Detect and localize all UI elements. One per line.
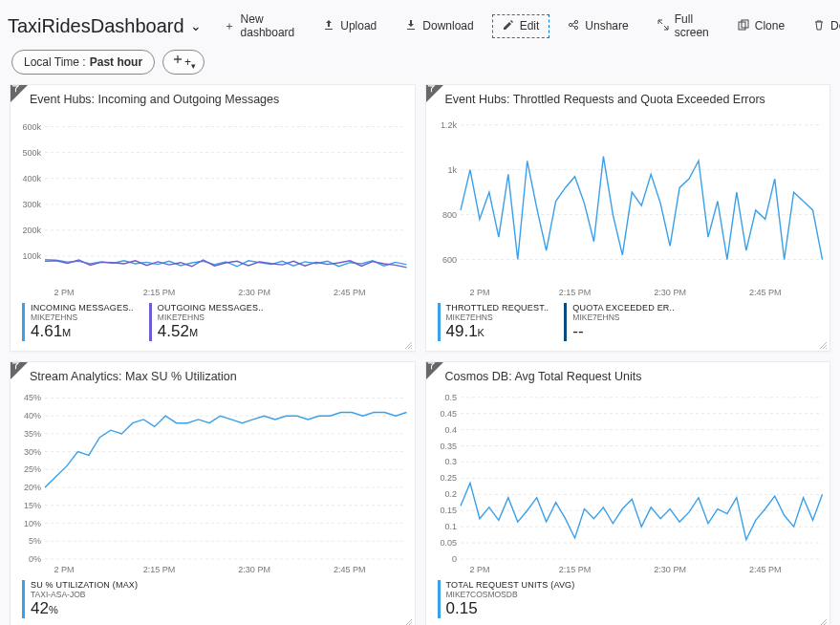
- time-filter-label: Local Time :: [24, 55, 86, 69]
- svg-text:2:15 PM: 2:15 PM: [143, 565, 176, 574]
- legend-item: QUOTA EXCEEDED ER..MIKE7EHNS--: [564, 303, 675, 341]
- svg-text:800: 800: [442, 210, 456, 220]
- legend-sublabel: MIKE7COSMOSDB: [446, 590, 575, 599]
- svg-text:0.5: 0.5: [444, 393, 457, 402]
- svg-text:0.45: 0.45: [440, 409, 457, 419]
- legend-sublabel: MIKE7EHNS: [572, 312, 675, 322]
- legend-item: THROTTLED REQUEST..MIKE7EHNS49.1K: [438, 303, 549, 341]
- svg-text:0.1: 0.1: [444, 522, 457, 531]
- legend-value: 4.61M: [31, 322, 134, 341]
- chart-card-event-hubs-throttled[interactable]: Event Hubs: Throttled Requests and Quota…: [425, 84, 831, 352]
- svg-text:2:30 PM: 2:30 PM: [654, 288, 686, 297]
- clone-label: Clone: [755, 19, 785, 32]
- resize-grip-icon[interactable]: [403, 616, 413, 625]
- svg-text:2:30 PM: 2:30 PM: [238, 565, 270, 574]
- svg-text:40%: 40%: [24, 411, 41, 420]
- svg-point-0: [570, 23, 572, 26]
- chart-title: Cosmos DB: Avg Total Request Units: [426, 362, 830, 385]
- legend-sublabel: MIKE7EHNS: [31, 312, 134, 322]
- legend-sublabel: TAXI-ASA-JOB: [31, 590, 138, 599]
- chart-card-cosmos-db-ru[interactable]: Cosmos DB: Avg Total Request Units 00.05…: [425, 361, 831, 625]
- download-button[interactable]: Download: [395, 14, 484, 38]
- legend-color-bar: [438, 303, 441, 341]
- legend-color-bar: [564, 303, 567, 341]
- svg-text:0.25: 0.25: [440, 473, 457, 483]
- full-screen-label: Full screen: [675, 12, 709, 39]
- fullscreen-icon: [657, 19, 669, 33]
- resize-grip-icon[interactable]: [818, 339, 828, 349]
- legend-label: QUOTA EXCEEDED ER..: [572, 303, 675, 312]
- legend-item: OUTGOING MESSAGES..MIKE7EHNS4.52M: [149, 303, 264, 341]
- legend-sublabel: MIKE7EHNS: [446, 312, 549, 322]
- pencil-icon: [503, 19, 514, 33]
- chart-legend: TOTAL REQUEST UNITS (AVG)MIKE7COSMOSDB0.…: [426, 576, 830, 625]
- download-icon: [405, 19, 417, 33]
- legend-label: INCOMING MESSAGES..: [31, 303, 134, 312]
- svg-text:0.35: 0.35: [440, 442, 457, 451]
- chart-area: 6008001k1.2k2 PM2:15 PM2:30 PM2:45 PM: [426, 108, 830, 299]
- svg-text:25%: 25%: [24, 464, 41, 474]
- svg-text:300k: 300k: [22, 200, 41, 209]
- svg-text:400k: 400k: [22, 174, 41, 183]
- svg-text:600: 600: [442, 255, 456, 265]
- legend-label: SU % UTILIZATION (MAX): [31, 580, 138, 590]
- resize-grip-icon[interactable]: [818, 616, 828, 625]
- full-screen-button[interactable]: Full screen: [647, 8, 720, 44]
- svg-text:0: 0: [451, 554, 456, 564]
- card-corner-icon: [426, 85, 443, 102]
- legend-label: OUTGOING MESSAGES..: [158, 303, 264, 312]
- trash-icon: [813, 19, 825, 33]
- legend-value: --: [572, 322, 675, 341]
- svg-text:0%: 0%: [29, 554, 41, 564]
- svg-text:35%: 35%: [24, 429, 41, 439]
- edit-button[interactable]: Edit: [492, 14, 550, 38]
- svg-text:1.2k: 1.2k: [440, 120, 457, 130]
- delete-button[interactable]: Delete: [803, 14, 840, 38]
- svg-text:2 PM: 2 PM: [469, 565, 489, 574]
- legend-value: 4.52M: [158, 322, 264, 341]
- dashboard-grid: Event Hubs: Incoming and Outgoing Messag…: [0, 84, 840, 625]
- svg-text:500k: 500k: [22, 148, 41, 158]
- chart-title: Event Hubs: Incoming and Outgoing Messag…: [11, 85, 415, 108]
- chart-legend: SU % UTILIZATION (MAX)TAXI-ASA-JOB42%: [11, 576, 415, 625]
- svg-text:20%: 20%: [24, 483, 41, 492]
- clone-button[interactable]: Clone: [727, 14, 795, 38]
- chart-area: 00.050.10.150.20.250.30.350.40.450.52 PM…: [426, 385, 830, 576]
- legend-item: TOTAL REQUEST UNITS (AVG)MIKE7COSMOSDB0.…: [438, 580, 575, 618]
- card-corner-icon: [11, 362, 28, 379]
- chart-card-stream-analytics-su[interactable]: Stream Analytics: Max SU % Utilization 0…: [10, 361, 416, 625]
- resize-grip-icon[interactable]: [403, 339, 413, 349]
- svg-text:600k: 600k: [22, 122, 41, 132]
- svg-text:45%: 45%: [24, 393, 41, 402]
- card-corner-icon: [11, 85, 28, 102]
- chart-legend: THROTTLED REQUEST..MIKE7EHNS49.1KQUOTA E…: [426, 299, 830, 351]
- svg-text:0.15: 0.15: [440, 506, 457, 515]
- toolbar: TaxiRidesDashboard ⌄ ＋ New dashboard Upl…: [0, 0, 840, 48]
- time-filter-pill[interactable]: Local Time : Past hour: [11, 50, 155, 75]
- svg-text:2:45 PM: 2:45 PM: [748, 565, 781, 574]
- legend-item: INCOMING MESSAGES..MIKE7EHNS4.61M: [22, 303, 134, 341]
- chart-card-event-hubs-messages[interactable]: Event Hubs: Incoming and Outgoing Messag…: [10, 84, 416, 352]
- svg-text:2:45 PM: 2:45 PM: [334, 288, 366, 297]
- svg-text:2 PM: 2 PM: [469, 288, 489, 297]
- upload-label: Upload: [340, 19, 377, 32]
- clone-icon: [738, 19, 749, 33]
- legend-label: TOTAL REQUEST UNITS (AVG): [446, 580, 575, 590]
- edit-label: Edit: [520, 19, 540, 32]
- upload-button[interactable]: Upload: [312, 14, 387, 38]
- chart-title: Stream Analytics: Max SU % Utilization: [11, 362, 415, 385]
- title-text: TaxiRidesDashboard: [8, 15, 184, 37]
- legend-color-bar: [149, 303, 152, 341]
- svg-text:2:15 PM: 2:15 PM: [558, 288, 591, 297]
- download-label: Download: [422, 19, 473, 32]
- legend-value: 0.15: [446, 599, 575, 618]
- legend-value: 42%: [31, 599, 138, 618]
- unshare-icon: [568, 19, 579, 33]
- new-dashboard-button[interactable]: ＋ New dashboard: [213, 8, 306, 44]
- add-filter-button[interactable]: +▾: [162, 50, 205, 75]
- dashboard-title[interactable]: TaxiRidesDashboard ⌄: [8, 15, 205, 37]
- svg-text:2:45 PM: 2:45 PM: [334, 565, 366, 574]
- svg-text:2:45 PM: 2:45 PM: [748, 288, 781, 297]
- unshare-button[interactable]: Unshare: [557, 14, 638, 38]
- card-corner-icon: [426, 362, 443, 379]
